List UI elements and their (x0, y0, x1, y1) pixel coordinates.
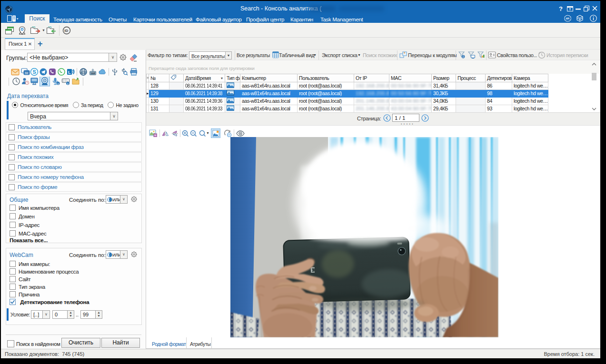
svg-text:HTTP: HTTP (80, 71, 86, 74)
svg-text:S: S (33, 69, 36, 75)
svg-text:i: i (58, 82, 59, 85)
svg-text:ID: ID (64, 29, 68, 33)
svg-text:API: API (566, 18, 569, 20)
svg-text:i: i (68, 82, 69, 85)
svg-text:L: L (68, 70, 71, 75)
svg-text:FTP: FTP (91, 72, 94, 74)
svg-text:IM: IM (25, 71, 28, 75)
